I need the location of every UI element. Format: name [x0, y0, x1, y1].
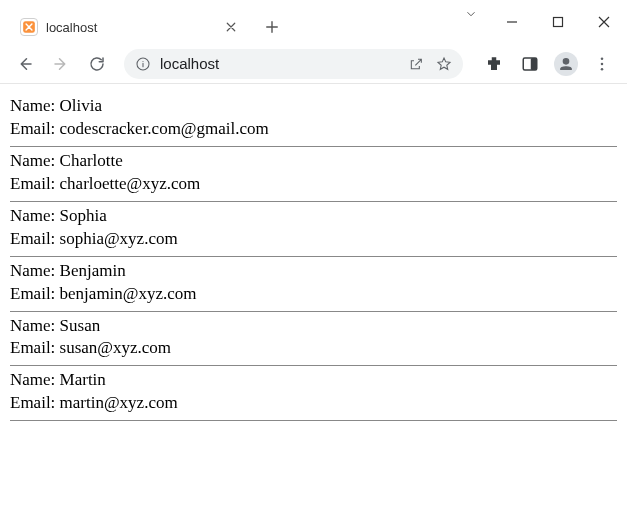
name-row: Name: Susan	[10, 315, 617, 338]
avatar-icon	[554, 52, 578, 76]
svg-rect-1	[554, 18, 563, 27]
name-value: Susan	[55, 316, 100, 335]
email-label: Email:	[10, 119, 55, 138]
email-value: susan@xyz.com	[55, 338, 171, 357]
email-value: martin@xyz.com	[55, 393, 177, 412]
tab-close-button[interactable]	[222, 18, 240, 36]
email-label: Email:	[10, 229, 55, 248]
name-value: Olivia	[55, 96, 102, 115]
name-value: Benjamin	[55, 261, 125, 280]
name-value: Sophia	[55, 206, 106, 225]
name-label: Name:	[10, 370, 55, 389]
list-item: Name: SusanEmail: susan@xyz.com	[10, 312, 617, 367]
name-label: Name:	[10, 151, 55, 170]
name-row: Name: Sophia	[10, 205, 617, 228]
name-row: Name: Olivia	[10, 95, 617, 118]
name-row: Name: Martin	[10, 369, 617, 392]
email-row: Email: susan@xyz.com	[10, 337, 617, 360]
page-content: Name: OliviaEmail: codescracker.com@gmai…	[0, 84, 627, 527]
xampp-favicon	[20, 18, 38, 36]
toolbar: localhost	[0, 44, 627, 84]
address-bar[interactable]: localhost	[124, 49, 463, 79]
new-tab-button[interactable]	[258, 13, 286, 41]
email-value: charloette@xyz.com	[55, 174, 200, 193]
sidepanel-icon[interactable]	[515, 49, 545, 79]
titlebar: localhost	[0, 0, 627, 44]
name-value: Martin	[55, 370, 106, 389]
name-value: Charlotte	[55, 151, 123, 170]
email-row: Email: martin@xyz.com	[10, 392, 617, 415]
name-label: Name:	[10, 316, 55, 335]
name-row: Name: Benjamin	[10, 260, 617, 283]
svg-point-7	[601, 62, 604, 65]
email-label: Email:	[10, 284, 55, 303]
email-row: Email: benjamin@xyz.com	[10, 283, 617, 306]
email-value: sophia@xyz.com	[55, 229, 177, 248]
name-label: Name:	[10, 261, 55, 280]
toolbar-actions	[479, 49, 617, 79]
email-value: codescracker.com@gmail.com	[55, 119, 268, 138]
svg-point-5	[563, 58, 568, 63]
list-item: Name: SophiaEmail: sophia@xyz.com	[10, 202, 617, 257]
email-row: Email: charloette@xyz.com	[10, 173, 617, 196]
email-row: Email: sophia@xyz.com	[10, 228, 617, 251]
forward-button[interactable]	[46, 49, 76, 79]
star-icon[interactable]	[435, 55, 453, 73]
search-tabs-button[interactable]	[453, 0, 489, 28]
tab-strip: localhost	[0, 0, 286, 44]
svg-rect-4	[531, 58, 537, 70]
window-controls	[489, 0, 627, 44]
site-info-icon[interactable]	[134, 55, 152, 73]
browser-tab[interactable]: localhost	[10, 10, 250, 44]
svg-point-8	[601, 67, 604, 70]
email-label: Email:	[10, 338, 55, 357]
back-button[interactable]	[10, 49, 40, 79]
list-item: Name: OliviaEmail: codescracker.com@gmai…	[10, 92, 617, 147]
svg-point-6	[601, 57, 604, 60]
list-item: Name: CharlotteEmail: charloette@xyz.com	[10, 147, 617, 202]
name-label: Name:	[10, 96, 55, 115]
list-item: Name: MartinEmail: martin@xyz.com	[10, 366, 617, 421]
maximize-button[interactable]	[535, 8, 581, 36]
name-label: Name:	[10, 206, 55, 225]
menu-button[interactable]	[587, 49, 617, 79]
email-label: Email:	[10, 174, 55, 193]
reload-button[interactable]	[82, 49, 112, 79]
email-label: Email:	[10, 393, 55, 412]
email-value: benjamin@xyz.com	[55, 284, 196, 303]
url-text: localhost	[160, 55, 399, 72]
profile-avatar[interactable]	[551, 49, 581, 79]
tab-title: localhost	[46, 20, 214, 35]
close-window-button[interactable]	[581, 8, 627, 36]
email-row: Email: codescracker.com@gmail.com	[10, 118, 617, 141]
extensions-icon[interactable]	[479, 49, 509, 79]
list-item: Name: BenjaminEmail: benjamin@xyz.com	[10, 257, 617, 312]
share-icon[interactable]	[407, 55, 425, 73]
minimize-button[interactable]	[489, 8, 535, 36]
name-row: Name: Charlotte	[10, 150, 617, 173]
browser-window: localhost	[0, 0, 627, 527]
